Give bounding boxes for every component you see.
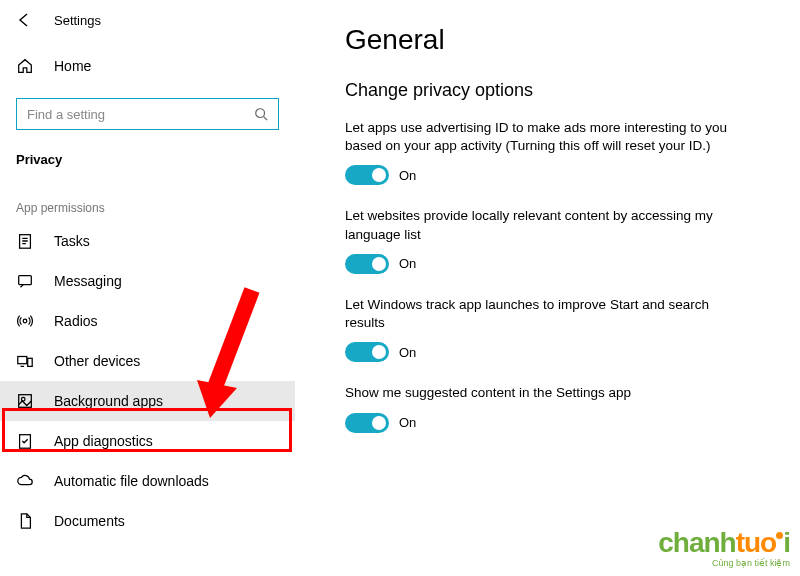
main-content: General Change privacy options Let apps …: [345, 24, 765, 455]
nav-label: Automatic file downloads: [54, 473, 209, 489]
svg-rect-6: [19, 395, 32, 408]
tasks-icon: [16, 232, 34, 250]
subheading: Change privacy options: [345, 80, 765, 101]
wm-tagline: Cùng bạn tiết kiệm: [658, 559, 790, 568]
radios-icon: [16, 312, 34, 330]
option-suggested-content: Show me suggested content in the Setting…: [345, 384, 765, 432]
wm-part-b: tuo: [736, 527, 777, 558]
svg-rect-5: [28, 358, 33, 366]
option-advertising-id: Let apps use advertising ID to make ads …: [345, 119, 765, 185]
toggle-state-label: On: [399, 415, 416, 430]
header-row: Settings: [0, 0, 295, 40]
svg-rect-2: [19, 276, 32, 285]
background-apps-icon: [16, 392, 34, 410]
sidebar-item-background-apps[interactable]: Background apps: [0, 381, 295, 421]
watermark-logo: chanhtuoi Cùng bạn tiết kiệm: [658, 529, 790, 568]
sidebar-item-automatic-file-downloads[interactable]: Automatic file downloads: [0, 461, 295, 501]
option-desc: Show me suggested content in the Setting…: [345, 384, 745, 402]
search-placeholder: Find a setting: [27, 107, 105, 122]
option-desc: Let apps use advertising ID to make ads …: [345, 119, 745, 155]
search-icon: [254, 107, 268, 121]
nav-label: Documents: [54, 513, 125, 529]
svg-point-0: [256, 109, 265, 118]
svg-point-3: [23, 319, 27, 323]
toggle-state-label: On: [399, 345, 416, 360]
toggle-track-app-launches[interactable]: [345, 342, 389, 362]
privacy-heading: Privacy: [0, 138, 295, 177]
option-desc: Let websites provide locally relevant co…: [345, 207, 745, 243]
toggle-language-list[interactable]: [345, 254, 389, 274]
home-label: Home: [54, 58, 91, 74]
option-language-list: Let websites provide locally relevant co…: [345, 207, 765, 273]
settings-title: Settings: [54, 13, 101, 28]
nav-label: App diagnostics: [54, 433, 153, 449]
cloud-download-icon: [16, 472, 34, 490]
sidebar-item-messaging[interactable]: Messaging: [0, 261, 295, 301]
nav-label: Background apps: [54, 393, 163, 409]
option-desc: Let Windows track app launches to improv…: [345, 296, 745, 332]
sidebar-item-tasks[interactable]: Tasks: [0, 221, 295, 261]
svg-rect-4: [18, 357, 27, 364]
other-devices-icon: [16, 352, 34, 370]
home-icon: [16, 57, 34, 75]
documents-icon: [16, 512, 34, 530]
section-label-app-permissions: App permissions: [0, 177, 295, 221]
sidebar-item-documents[interactable]: Documents: [0, 501, 295, 541]
messaging-icon: [16, 272, 34, 290]
app-diagnostics-icon: [16, 432, 34, 450]
toggle-advertising-id[interactable]: [345, 165, 389, 185]
sidebar-item-app-diagnostics[interactable]: App diagnostics: [0, 421, 295, 461]
page-title: General: [345, 24, 765, 56]
sidebar-item-home[interactable]: Home: [0, 46, 295, 86]
toggle-state-label: On: [399, 168, 416, 183]
svg-point-7: [21, 397, 25, 401]
back-arrow-icon[interactable]: [16, 12, 32, 28]
sidebar: Settings Home Find a setting Privacy App…: [0, 0, 295, 576]
sidebar-item-other-devices[interactable]: Other devices: [0, 341, 295, 381]
nav-label: Radios: [54, 313, 98, 329]
nav-label: Messaging: [54, 273, 122, 289]
sidebar-item-radios[interactable]: Radios: [0, 301, 295, 341]
nav-label: Other devices: [54, 353, 140, 369]
toggle-suggested-content[interactable]: [345, 413, 389, 433]
wm-part-a: chanh: [658, 527, 735, 558]
option-track-app-launches: Let Windows track app launches to improv…: [345, 296, 765, 362]
nav-label: Tasks: [54, 233, 90, 249]
search-input[interactable]: Find a setting: [16, 98, 279, 130]
toggle-state-label: On: [399, 256, 416, 271]
wm-part-c: i: [783, 527, 790, 558]
